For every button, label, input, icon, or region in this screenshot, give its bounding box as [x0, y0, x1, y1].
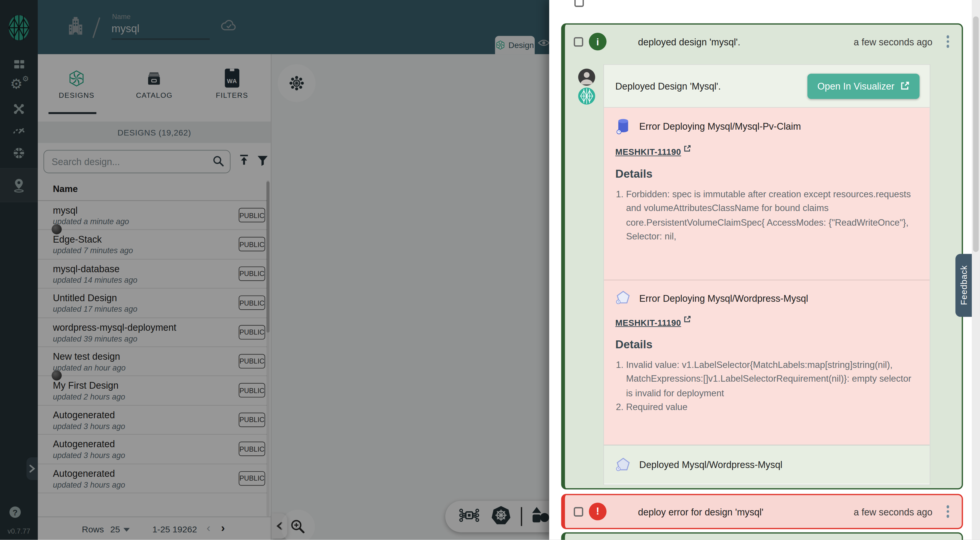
external-link-icon [684, 145, 691, 153]
external-link-icon [900, 81, 910, 91]
open-in-visualizer-button[interactable]: Open In Visualizer [807, 73, 920, 99]
error-icon: ! [589, 503, 606, 520]
notification-detail-box: Deployed Design 'Mysql'. Open In Visuali… [603, 64, 930, 485]
external-link-icon [684, 315, 691, 323]
info-icon: i [589, 33, 606, 50]
notification-title: deploy error for design 'mysql' [638, 506, 764, 517]
page-scrollbar[interactable] [972, 0, 980, 540]
meshery-avatar [578, 88, 595, 105]
kebab-menu-icon[interactable] [947, 505, 949, 518]
deployment-pentagon-icon [616, 457, 631, 472]
error-title: Error Deploying Mysql/Wordpress-Mysql [640, 293, 808, 304]
kebab-menu-icon[interactable] [947, 35, 949, 48]
pv-claim-icon: ? [616, 118, 631, 135]
error-section-pv-claim: ? Error Deploying Mysql/Mysql-Pv-Claim M… [604, 108, 930, 280]
meshkit-error-link[interactable]: MESHKIT-11190 [616, 318, 691, 328]
select-all-checkbox[interactable] [574, 0, 584, 7]
details-heading: Details [616, 338, 918, 352]
notification-timestamp: a few seconds ago [854, 36, 932, 47]
error-detail-item: Invalid value: v1.LabelSelector{MatchLab… [626, 358, 918, 400]
notification-card-partial[interactable] [561, 532, 963, 540]
user-avatar [578, 69, 595, 86]
deployed-success-row: Deployed Mysql/Wordpress-Mysql [604, 445, 930, 484]
error-detail-item: Forbidden: spec is immutable after creat… [626, 187, 918, 244]
notification-checkbox[interactable] [574, 507, 583, 516]
deployment-pentagon-icon [616, 290, 631, 306]
notification-header[interactable]: i deployed design 'mysql'. a few seconds… [565, 25, 962, 59]
deployed-success-text: Deployed Mysql/Wordpress-Mysql [640, 459, 783, 470]
error-detail-list: Invalid value: v1.LabelSelector{MatchLab… [616, 358, 918, 414]
deploy-summary-section: Deployed Design 'Mysql'. Open In Visuali… [604, 65, 930, 108]
notification-card-deploy-error[interactable]: ! deploy error for design 'mysql' a few … [561, 494, 963, 529]
svg-text:?: ? [618, 130, 620, 134]
error-title: Error Deploying Mysql/Mysql-Pv-Claim [640, 121, 801, 132]
details-heading: Details [616, 168, 918, 181]
notification-center-panel: i deployed design 'mysql'. a few seconds… [549, 0, 980, 540]
notification-timestamp: a few seconds ago [854, 506, 932, 517]
meshkit-error-link[interactable]: MESHKIT-11190 [616, 148, 691, 157]
error-detail-item: Required value [626, 400, 918, 414]
meshery-app: Name mysql ⚙⚙ ? v0.7.77 DESIGNS CATALOG [0, 0, 980, 540]
error-detail-list: Forbidden: spec is immutable after creat… [616, 187, 918, 244]
notification-checkbox[interactable] [574, 37, 583, 46]
notification-card-deployed: i deployed design 'mysql'. a few seconds… [561, 24, 963, 490]
deploy-summary-text: Deployed Design 'Mysql'. [616, 81, 721, 91]
error-section-wordpress-mysql: Error Deploying Mysql/Wordpress-Mysql ME… [604, 280, 930, 445]
notification-title: deployed design 'mysql'. [638, 36, 740, 47]
page-scrollbar-thumb[interactable] [973, 16, 978, 252]
